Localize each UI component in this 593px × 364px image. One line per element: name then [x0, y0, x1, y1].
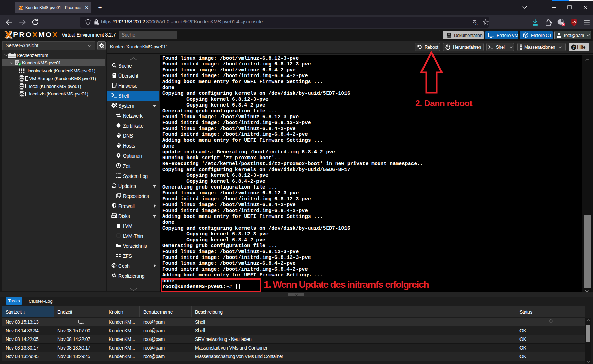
svg-text:A: A [475, 22, 477, 26]
svg-text:uO: uO [572, 21, 576, 24]
svg-text:?: ? [573, 45, 575, 49]
